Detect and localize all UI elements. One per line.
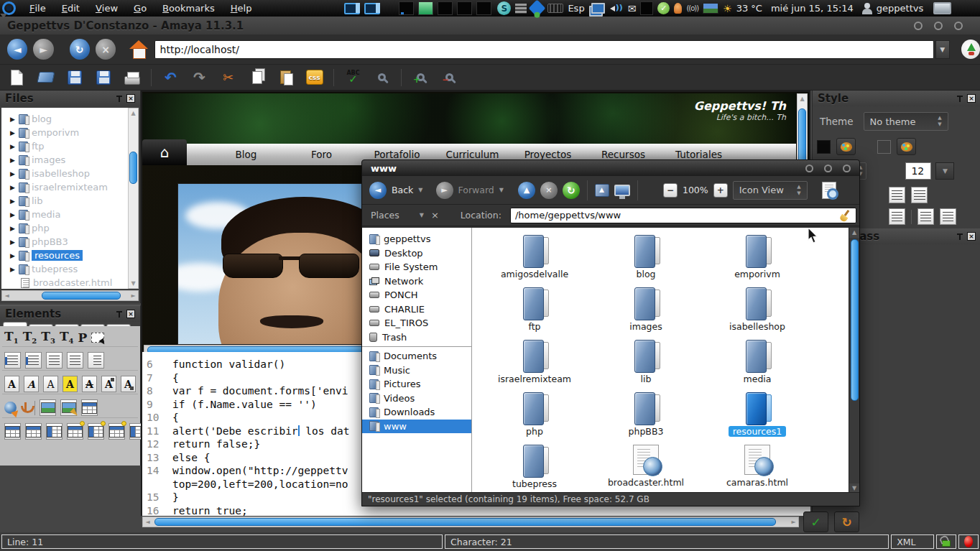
background-color-swatch[interactable] xyxy=(877,140,891,154)
blockquote-button[interactable] xyxy=(88,352,104,369)
fm-back-button[interactable]: ◄ xyxy=(369,182,387,199)
fm-places-close-icon[interactable]: × xyxy=(431,210,439,221)
power-tray-icon[interactable] xyxy=(640,1,653,15)
place-item[interactable]: Pictures xyxy=(362,377,471,392)
fm-file-grid[interactable]: amigosdelvalle blog emporivm ftp images … xyxy=(472,228,859,494)
place-item[interactable]: Videos xyxy=(362,392,471,406)
url-history-dropdown[interactable]: ▼ xyxy=(935,40,950,59)
place-item[interactable]: geppettvs xyxy=(362,232,471,246)
place-item[interactable]: PONCH xyxy=(362,288,471,302)
file-item[interactable]: phpBB3 xyxy=(596,392,696,437)
nav-link-tutoriales[interactable]: Tutoriales xyxy=(661,149,736,160)
fm-places-label[interactable]: Places xyxy=(371,210,399,221)
maximize-button[interactable] xyxy=(934,22,943,30)
webpage-home-link[interactable]: ⌂ xyxy=(142,139,187,165)
menu-edit[interactable]: Edit xyxy=(54,0,88,17)
app-logo-icon[interactable] xyxy=(2,1,16,15)
table-caption-button[interactable] xyxy=(4,423,21,440)
tree-item[interactable]: ▶ftp xyxy=(1,139,128,153)
close-button[interactable] xyxy=(954,22,963,30)
expander-icon[interactable]: ▶ xyxy=(10,143,15,150)
strikethrough-button[interactable]: A xyxy=(82,376,97,392)
expander-icon[interactable]: ▶ xyxy=(10,198,15,205)
editor-horizontal-scrollbar[interactable]: ◄ ► xyxy=(142,517,799,527)
copy-button[interactable] xyxy=(247,68,267,87)
taskbar-window-button[interactable] xyxy=(344,3,360,14)
close-icon[interactable]: × xyxy=(126,94,135,103)
pin-icon[interactable] xyxy=(116,310,123,318)
confirm-button[interactable]: ✓ xyxy=(803,511,828,532)
selection-tool-icon[interactable] xyxy=(91,333,104,343)
save-all-button[interactable] xyxy=(93,68,113,87)
tree-item[interactable]: ▶emporivm xyxy=(1,126,128,139)
keyboard-layout-icon[interactable] xyxy=(547,4,563,13)
edit-image-button[interactable] xyxy=(60,399,77,416)
font-size-field[interactable]: 12 xyxy=(905,162,931,180)
highlight-button[interactable]: A xyxy=(63,376,78,392)
tree-item[interactable]: broadcaster.html xyxy=(1,276,128,289)
place-item[interactable]: Music xyxy=(362,364,471,378)
foreground-color-swatch[interactable] xyxy=(817,140,831,154)
menu-view[interactable]: View xyxy=(88,0,126,17)
messenger-tray-icon[interactable]: ✓ xyxy=(657,2,670,14)
scroll-left-arrow[interactable]: ◄ xyxy=(143,519,152,525)
fm-forward-history-dropdown[interactable]: ▼ xyxy=(499,187,504,193)
css-button[interactable]: css xyxy=(305,68,324,87)
net-monitor-applet[interactable] xyxy=(438,1,453,15)
file-item[interactable]: emporivm xyxy=(707,235,808,280)
nav-link-portafolio[interactable]: Portafolio xyxy=(359,149,435,160)
append-row-button[interactable] xyxy=(108,423,125,440)
synchronize-button[interactable]: ↻ xyxy=(834,511,859,532)
file-item[interactable]: amigosdelvalle xyxy=(484,235,585,280)
h3-button[interactable]: T3 xyxy=(41,330,55,345)
definition-list-button[interactable] xyxy=(46,352,63,369)
fm-zoom-in-button[interactable]: + xyxy=(713,183,728,198)
file-item[interactable]: israelremixteam xyxy=(484,340,585,385)
taskbar-window-button[interactable] xyxy=(364,3,380,14)
expander-icon[interactable]: ▶ xyxy=(10,129,15,136)
place-item[interactable]: Documents xyxy=(362,349,471,364)
url-input[interactable] xyxy=(154,40,934,59)
fm-grid-scrollbar[interactable]: ▲ ▼ xyxy=(849,228,859,494)
tree-item[interactable]: ▶isabelleshop xyxy=(1,167,128,180)
menu-go[interactable]: Go xyxy=(126,0,154,17)
fm-back-history-dropdown[interactable]: ▼ xyxy=(418,187,422,193)
fm-stop-button[interactable]: × xyxy=(540,182,558,199)
fm-maximize-button[interactable] xyxy=(824,165,832,172)
pin-icon[interactable] xyxy=(116,95,123,102)
spinner-arrows[interactable]: ▲▼ xyxy=(797,185,800,196)
anchor-button[interactable] xyxy=(21,402,30,413)
expander-icon[interactable]: ▶ xyxy=(10,252,15,259)
insert-row-button[interactable] xyxy=(67,423,83,440)
menu-help[interactable]: Help xyxy=(223,0,260,17)
tree-item[interactable]: ▶blog xyxy=(1,112,128,126)
scroll-up-arrow[interactable]: ▲ xyxy=(129,108,138,118)
spellcheck-button[interactable]: ABC✓ xyxy=(343,68,363,87)
window-titlebar[interactable]: Geppettvs D'Constanzo - Amaya 11.3.1 xyxy=(0,17,980,34)
fm-titlebar[interactable]: www xyxy=(362,160,859,176)
tree-item[interactable]: ▶lib xyxy=(1,194,128,208)
align-left-icon[interactable] xyxy=(889,208,905,225)
place-item[interactable]: File System xyxy=(362,260,471,274)
fm-minimize-button[interactable] xyxy=(805,165,813,172)
files-horizontal-scrollbar[interactable]: ◄ ► xyxy=(1,290,139,301)
subscript-button[interactable]: A xyxy=(121,376,136,392)
definition-term-button[interactable] xyxy=(67,352,83,369)
zoom-in-button[interactable]: + xyxy=(411,68,430,87)
file-item[interactable]: media xyxy=(707,340,808,385)
nav-link-proyectos[interactable]: Proyectos xyxy=(510,149,586,160)
pin-icon[interactable] xyxy=(957,233,963,240)
place-item[interactable]: Downloads xyxy=(362,405,471,420)
fm-home-button[interactable] xyxy=(595,184,609,197)
tree-item[interactable]: ▶php xyxy=(1,221,128,235)
fm-location-input[interactable] xyxy=(510,208,856,223)
tree-item[interactable]: ▶images xyxy=(1,153,128,167)
clock-label[interactable]: mié jun 15, 15:14 xyxy=(771,3,854,14)
lamp-tray-icon[interactable] xyxy=(674,3,682,14)
indent-icon[interactable] xyxy=(917,208,934,225)
place-item[interactable]: EL_TIROS xyxy=(362,316,471,330)
expander-icon[interactable]: ▶ xyxy=(10,239,15,246)
expander-icon[interactable]: ▶ xyxy=(10,157,15,164)
file-manager-window[interactable]: www ◄ Back ▼ ► Forward ▼ ▲ × ↻ − 1 xyxy=(361,159,860,506)
align-right-icon[interactable] xyxy=(889,187,905,203)
